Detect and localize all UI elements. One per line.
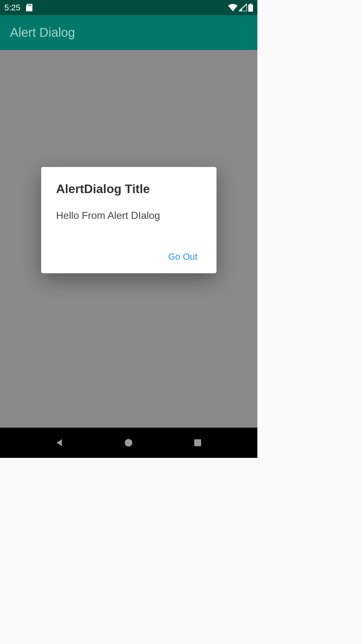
svg-point-5 — [125, 439, 132, 447]
wifi-icon — [228, 4, 238, 11]
sd-card-icon — [26, 4, 32, 11]
navigation-bar — [0, 428, 257, 458]
go-out-button[interactable]: Go Out — [164, 249, 201, 264]
dialog-title: AlertDialog Title — [56, 182, 201, 196]
svg-rect-4 — [248, 4, 253, 12]
svg-rect-2 — [30, 4, 31, 6]
alert-dialog: AlertDialog Title Hello From Alert DIalo… — [41, 167, 217, 273]
svg-rect-0 — [28, 4, 29, 6]
status-right — [228, 3, 253, 12]
cell-signal-icon — [239, 4, 247, 11]
home-button[interactable] — [121, 435, 136, 451]
back-icon — [55, 438, 64, 447]
content-area: AlertDialog Title Hello From Alert DIalo… — [0, 50, 257, 428]
home-icon — [124, 438, 133, 447]
dialog-actions: Go Out — [56, 249, 201, 264]
status-bar: 5:25 — [0, 0, 257, 15]
battery-icon — [248, 3, 253, 12]
svg-rect-1 — [29, 4, 30, 6]
recents-icon — [194, 439, 202, 447]
svg-rect-6 — [194, 439, 201, 446]
back-button[interactable] — [52, 435, 68, 451]
dialog-message: Hello From Alert DIalog — [56, 210, 201, 221]
recents-button[interactable] — [190, 435, 206, 451]
status-time: 5:25 — [4, 3, 20, 13]
status-left: 5:25 — [4, 3, 32, 13]
svg-rect-3 — [250, 3, 251, 4]
app-bar-title: Alert Dialog — [10, 25, 75, 40]
app-bar: Alert Dialog — [0, 15, 257, 50]
